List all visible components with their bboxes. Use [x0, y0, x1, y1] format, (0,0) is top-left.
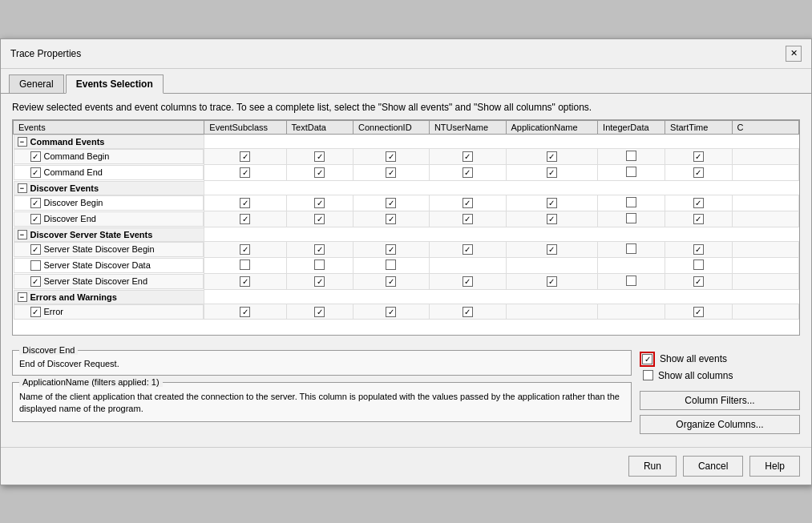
col-cb[interactable]: [386, 307, 396, 317]
table-row: Server State Discover End: [14, 274, 799, 290]
dialog-title: Trace Properties: [10, 48, 81, 59]
event-cb-discover-end[interactable]: [30, 214, 41, 224]
col-cb[interactable]: [386, 276, 396, 287]
title-bar: Trace Properties ✕: [1, 39, 811, 69]
col-cb[interactable]: [386, 214, 396, 224]
col-cb[interactable]: [463, 214, 473, 224]
col-cb[interactable]: [626, 167, 636, 177]
table-row: Command End: [14, 165, 799, 181]
collapse-discover-server-state[interactable]: −: [18, 230, 27, 239]
col-cb[interactable]: [314, 307, 325, 317]
app-name-panel: ApplicationName (filters applied: 1) Nam…: [12, 382, 632, 423]
show-all-events-checkbox[interactable]: [642, 354, 652, 364]
run-button[interactable]: Run: [628, 456, 677, 477]
col-cb[interactable]: [626, 197, 636, 207]
col-cb[interactable]: [463, 167, 473, 178]
col-cb[interactable]: [463, 307, 473, 317]
footer-buttons: Run Cancel Help: [1, 447, 811, 485]
table-row: Server State Discover Data: [14, 258, 799, 274]
col-cb[interactable]: [547, 276, 557, 287]
event-cb-discover-begin[interactable]: [30, 198, 41, 208]
col-cb[interactable]: [314, 167, 325, 178]
tab-events-selection[interactable]: Events Selection: [66, 74, 164, 94]
col-cb[interactable]: [240, 214, 250, 224]
col-cb[interactable]: [386, 259, 396, 270]
events-table-container[interactable]: Events EventSubclass TextData Connection…: [12, 119, 800, 336]
collapse-discover-events[interactable]: −: [18, 183, 27, 193]
col-cb[interactable]: [314, 276, 325, 287]
group-discover-events: − Discover Events: [14, 181, 799, 195]
cancel-button[interactable]: Cancel: [683, 456, 743, 477]
col-cb[interactable]: [693, 167, 704, 178]
table-row: Error: [14, 304, 799, 320]
col-cb[interactable]: [314, 151, 325, 162]
col-cb[interactable]: [547, 214, 557, 224]
close-button[interactable]: ✕: [786, 46, 802, 62]
collapse-errors-warnings[interactable]: −: [18, 292, 27, 302]
col-cb[interactable]: [240, 259, 250, 270]
event-cb-command-begin[interactable]: [30, 151, 41, 162]
col-cb[interactable]: [626, 151, 636, 161]
table-row: Discover Begin: [14, 195, 799, 211]
discover-end-text: End of Discover Request.: [19, 359, 624, 368]
col-cb[interactable]: [240, 244, 250, 255]
col-cb[interactable]: [693, 244, 704, 255]
bottom-row: Discover End End of Discover Request. Ap…: [12, 350, 800, 434]
show-all-columns-label: Show all columns: [658, 370, 733, 381]
col-header-ntusername: NTUserName: [429, 120, 506, 134]
col-cb[interactable]: [463, 244, 473, 255]
col-cb[interactable]: [240, 307, 250, 317]
col-cb[interactable]: [314, 214, 325, 224]
col-cb[interactable]: [240, 276, 250, 287]
col-cb[interactable]: [693, 198, 704, 208]
col-cb[interactable]: [463, 198, 473, 208]
column-filters-button[interactable]: Column Filters...: [640, 391, 800, 410]
col-cb[interactable]: [386, 198, 396, 208]
col-cb[interactable]: [314, 259, 325, 270]
bottom-section: Discover End End of Discover Request. Ap…: [1, 344, 811, 441]
col-cb[interactable]: [386, 167, 396, 178]
event-cb-server-state-end[interactable]: [30, 276, 41, 287]
col-cb[interactable]: [314, 244, 325, 255]
col-cb[interactable]: [547, 167, 557, 178]
col-cb[interactable]: [626, 213, 636, 223]
show-all-events-option: Show all events: [640, 350, 800, 368]
col-cb[interactable]: [386, 151, 396, 162]
col-cb[interactable]: [547, 198, 557, 208]
organize-columns-button[interactable]: Organize Columns...: [640, 415, 800, 434]
events-table: Events EventSubclass TextData Connection…: [13, 120, 799, 320]
col-cb[interactable]: [240, 198, 250, 208]
group-discover-server-state: − Discover Server State Events: [14, 227, 799, 242]
col-cb[interactable]: [463, 276, 473, 287]
event-cb-command-end[interactable]: [30, 167, 41, 178]
discover-end-panel: Discover End End of Discover Request.: [12, 350, 632, 376]
col-cb[interactable]: [314, 198, 325, 208]
col-cb[interactable]: [626, 276, 636, 286]
col-cb[interactable]: [386, 244, 396, 255]
col-header-connectionid: ConnectionID: [353, 120, 429, 134]
table-row: Command Begin: [14, 149, 799, 165]
col-cb[interactable]: [547, 244, 557, 255]
col-cb[interactable]: [240, 167, 250, 178]
col-header-c: C: [732, 120, 798, 134]
col-cb[interactable]: [693, 151, 704, 162]
help-button[interactable]: Help: [749, 456, 800, 477]
show-all-columns-checkbox[interactable]: [643, 370, 653, 380]
event-cb-server-state-data[interactable]: [30, 260, 41, 271]
col-cb[interactable]: [693, 214, 704, 224]
tab-bar: General Events Selection: [1, 69, 811, 94]
col-cb[interactable]: [547, 151, 557, 162]
col-cb[interactable]: [693, 259, 704, 270]
col-cb[interactable]: [463, 151, 473, 162]
col-cb[interactable]: [693, 307, 704, 317]
tab-general[interactable]: General: [9, 74, 64, 94]
col-cb[interactable]: [626, 243, 636, 254]
event-cb-error[interactable]: [30, 307, 41, 317]
event-cb-server-state-begin[interactable]: [30, 244, 41, 255]
collapse-command-events[interactable]: −: [18, 137, 27, 147]
show-all-events-label: Show all events: [660, 353, 727, 364]
col-cb[interactable]: [693, 276, 704, 287]
show-options: Show all events Show all columns: [640, 350, 800, 383]
group-command-events: − Command Events: [14, 134, 799, 149]
col-cb[interactable]: [240, 151, 250, 162]
